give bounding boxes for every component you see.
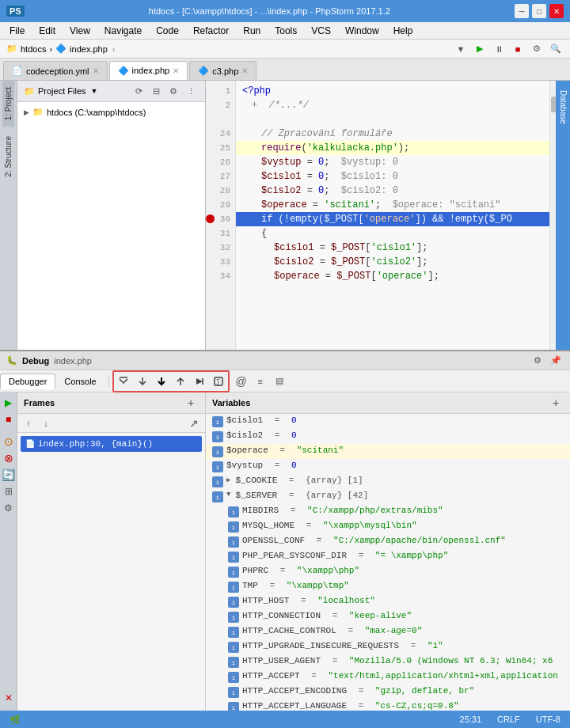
var-row-http-host[interactable]: i HTTP_HOST = "localhost" <box>222 594 570 609</box>
step-into-btn[interactable] <box>134 373 151 390</box>
status-line-col[interactable]: 25:31 <box>457 715 485 724</box>
var-row-server[interactable]: i ▼ $_SERVER = {array} [42] <box>206 489 570 504</box>
menu-help[interactable]: Help <box>387 24 420 38</box>
minimize-button[interactable]: ─ <box>515 4 529 18</box>
var-row-phprc[interactable]: i PHPRC = "\xampp\php" <box>222 564 570 579</box>
status-crlf[interactable]: CRLF <box>494 715 523 724</box>
step-out-btn[interactable] <box>172 373 189 390</box>
menu-run[interactable]: Run <box>237 24 267 38</box>
debugger-tab[interactable]: Debugger <box>0 373 55 389</box>
debug-stop-btn[interactable]: ■ <box>2 412 16 427</box>
code-line-32: $cislo1 = $_POST['cislo1']; <box>236 241 549 255</box>
variables-add-btn[interactable]: + <box>548 395 564 411</box>
menu-window[interactable]: Window <box>339 24 386 38</box>
menu-vcs[interactable]: VCS <box>305 24 337 38</box>
frames-up-btn[interactable]: ↑ <box>21 415 36 431</box>
code-line-30: if (!empty($_POST['operace']) && !empty(… <box>236 212 549 226</box>
debug-extra-2[interactable]: ≡ <box>252 373 269 390</box>
toolbar-search-btn[interactable]: 🔍 <box>548 41 564 57</box>
code-lines[interactable]: <?php + /*...*/ // Zpracování formuláře … <box>236 81 549 350</box>
cookie-expand[interactable]: ▶ <box>226 476 230 484</box>
menu-navigate[interactable]: Navigate <box>98 24 148 38</box>
debug-icon: 🐛 <box>6 355 17 366</box>
debug-extra-1[interactable]: @ <box>233 373 250 390</box>
project-settings-btn[interactable]: ⚙ <box>165 83 181 99</box>
debug-settings-btn[interactable]: ⚙ <box>530 353 545 369</box>
frames-down-btn[interactable]: ↓ <box>38 415 54 431</box>
tab-codeception[interactable]: 📄 codeception.yml ✕ <box>3 61 108 80</box>
database-tab[interactable]: Database <box>557 84 569 131</box>
var-row-mibdirs[interactable]: i MIBDIRS = "C:/xampp/php/extras/mibs" <box>222 504 570 519</box>
editor-scroll-thumb[interactable] <box>551 97 556 112</box>
tab-separator <box>108 375 109 388</box>
close-button[interactable]: ✕ <box>549 4 564 18</box>
run-to-cursor-btn[interactable] <box>191 373 208 390</box>
main-area: 1: Project 2: Structure 📁 Project Files … <box>0 81 570 350</box>
breadcrumb-htdocs[interactable]: htdocs <box>21 44 46 54</box>
evaluate-btn[interactable]: ∑ <box>210 373 227 390</box>
tree-label-htdocs: htdocs (C:\xampp\htdocs) <box>47 108 146 117</box>
maximize-button[interactable]: □ <box>532 4 546 18</box>
toolbar-stop-btn[interactable]: ■ <box>510 41 526 57</box>
var-row-upgrade[interactable]: i HTTP_UPGRADE_INSECURE_REQUESTS = "1" <box>222 639 570 654</box>
var-row-tmp[interactable]: i TMP = "\xampp\tmp" <box>222 579 570 594</box>
status-encoding[interactable]: UTF-8 <box>533 715 564 724</box>
var-row-operace[interactable]: i $operace = "scitani" <box>206 444 570 459</box>
menu-tools[interactable]: Tools <box>268 24 303 38</box>
var-row-vystup[interactable]: i $vystup = 0 <box>206 459 570 474</box>
var-row-user-agent[interactable]: i HTTP_USER_AGENT = "Mozilla/5.0 (Window… <box>222 654 570 669</box>
console-tab[interactable]: Console <box>55 373 104 389</box>
menu-edit[interactable]: Edit <box>32 24 62 38</box>
var-row-accept-encoding[interactable]: i HTTP_ACCEPT_ENCODING = "gzip, deflate,… <box>222 684 570 700</box>
debug-action-5[interactable]: ⚙ <box>2 501 16 515</box>
code-line-26: $vystup = 0; $vystup: 0 <box>236 155 549 169</box>
var-row-openssl[interactable]: i OPENSSL_CONF = "C:/xampp/apache/bin/op… <box>222 534 570 549</box>
var-row-cislo1[interactable]: i $cislo1 = 0 <box>206 414 570 429</box>
frames-action-1[interactable]: ↗ <box>186 415 202 431</box>
var-row-cache-ctrl[interactable]: i HTTP_CACHE_CONTROL = "max-age=0" <box>222 624 570 639</box>
index-tab-close[interactable]: ✕ <box>173 66 179 75</box>
var-icon-cookie: i <box>212 476 223 487</box>
tree-item-htdocs[interactable]: ▶ 📁 htdocs (C:\xampp\htdocs) <box>21 105 202 119</box>
var-row-php-pear[interactable]: i PHP_PEAR_SYSCONF_DIR = "= \xampp\php" <box>222 549 570 564</box>
step-over-btn[interactable] <box>115 373 132 390</box>
editor-scrollbar[interactable] <box>549 81 556 350</box>
var-icon-user-agent: i <box>228 657 239 668</box>
var-row-http-conn[interactable]: i HTTP_CONNECTION = "keep-alive" <box>222 609 570 624</box>
menu-file[interactable]: File <box>3 24 31 38</box>
debug-extra-3[interactable]: ▤ <box>271 373 288 390</box>
menu-code[interactable]: Code <box>150 24 185 38</box>
sidebar-project-tab[interactable]: 1: Project <box>2 81 14 127</box>
server-expand[interactable]: ▼ <box>226 491 230 499</box>
force-step-into-btn[interactable] <box>153 373 170 390</box>
var-icon-openssl: i <box>228 537 239 548</box>
debug-action-1[interactable]: ⊙ <box>2 434 16 449</box>
tab-c3-php[interactable]: 🔷 c3.php ✕ <box>189 61 256 80</box>
toolbar-dropdown-btn[interactable]: ▼ <box>453 41 469 57</box>
sidebar-structure-tab[interactable]: 2: Structure <box>2 130 14 184</box>
menu-view[interactable]: View <box>63 24 97 38</box>
c3-tab-close[interactable]: ✕ <box>241 66 248 75</box>
debug-pin-btn[interactable]: 📌 <box>548 353 564 369</box>
var-row-http-accept[interactable]: i HTTP_ACCEPT = "text/html,application/x… <box>222 669 570 684</box>
toolbar-settings-btn[interactable]: ⚙ <box>529 41 545 57</box>
debug-action-6[interactable]: ✕ <box>2 691 16 705</box>
frame-item-0[interactable]: 📄 index.php:30, {main}() <box>21 436 202 452</box>
debug-action-2[interactable]: ⊗ <box>2 451 16 465</box>
project-gear-btn[interactable]: ⋮ <box>183 83 199 99</box>
frames-add-btn[interactable]: + <box>183 395 199 411</box>
var-row-cookie[interactable]: i ▶ $_COOKIE = {array} [1] <box>206 474 570 489</box>
var-row-mysql-home[interactable]: i MYSQL_HOME = "\xampp\mysql\bin" <box>222 519 570 534</box>
tab-index-php[interactable]: 🔷 index.php ✕ <box>109 61 188 80</box>
toolbar-pause-btn[interactable]: ⏸ <box>491 41 507 57</box>
project-collapse-btn[interactable]: ⊟ <box>148 83 164 99</box>
project-sync-btn[interactable]: ⟳ <box>131 83 146 99</box>
breadcrumb-index-php[interactable]: index.php <box>70 44 108 54</box>
codeception-tab-close[interactable]: ✕ <box>93 66 99 75</box>
var-row-cislo2[interactable]: i $cislo2 = 0 <box>206 429 570 444</box>
menu-refactor[interactable]: Refactor <box>187 24 235 38</box>
debug-action-3[interactable]: 🔄 <box>2 468 16 482</box>
toolbar-play-btn[interactable]: ▶ <box>472 41 488 57</box>
debug-run-btn[interactable]: ▶ <box>2 396 16 410</box>
debug-action-4[interactable]: ⊞ <box>2 484 16 499</box>
